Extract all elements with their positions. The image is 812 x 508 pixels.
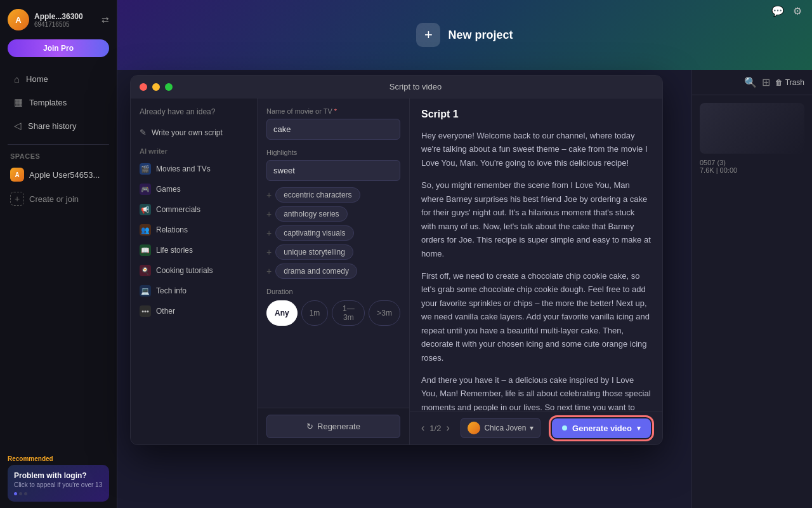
category-commercials-label: Commercials — [156, 205, 200, 214]
dot-1 — [14, 492, 17, 495]
panel-question: Already have an idea? — [131, 107, 257, 123]
join-pro-button[interactable]: Join Pro — [8, 39, 109, 57]
thumbnail-duration: 7.6K | 00:00 — [700, 166, 804, 174]
ai-writer-label: AI writer — [131, 142, 257, 159]
category-commercials[interactable]: 📢 Commercials — [131, 199, 257, 220]
auto-captions-title: Problem with login? — [14, 471, 103, 480]
write-own-label: Write your own script — [152, 128, 223, 137]
trash-icon: 🗑 — [775, 78, 783, 87]
maximize-button[interactable] — [165, 83, 173, 91]
regenerate-label: Regenerate — [317, 422, 360, 431]
trash-button[interactable]: 🗑 Trash — [775, 78, 804, 87]
sidebar-item-home-label: Home — [26, 74, 48, 84]
duration-1m[interactable]: 1m — [301, 300, 329, 326]
narrator-label: Chica Joven — [484, 424, 526, 432]
generate-chevron-icon: ▾ — [637, 424, 641, 432]
generate-video-label: Generate video — [572, 424, 632, 433]
tag-plus-icon: + — [266, 266, 272, 276]
sidebar-divider — [8, 144, 109, 145]
sidebar-item-templates[interactable]: ▦ Templates — [4, 91, 113, 114]
system-bar: 💬 ⚙ — [761, 0, 812, 22]
tag-plus-icon: + — [266, 209, 272, 219]
category-cooking[interactable]: 🍳 Cooking tutorials — [131, 260, 257, 281]
regenerate-button[interactable]: ↻ Regenerate — [266, 415, 400, 438]
duration-options: Any 1m 1—3m >3m — [266, 300, 400, 326]
sidebar-item-share-history[interactable]: ◁ Share history — [4, 114, 113, 137]
next-page-button[interactable]: › — [446, 422, 449, 434]
carousel-dots — [14, 492, 103, 495]
page-info: 1/2 — [429, 424, 441, 433]
category-games[interactable]: 🎮 Games — [131, 179, 257, 199]
tag-plus-icon: + — [266, 190, 272, 200]
create-or-join[interactable]: + Create or join — [0, 187, 117, 211]
category-relations[interactable]: 👥 Relations — [131, 220, 257, 240]
movies-icon: 🎬 — [140, 163, 151, 175]
movie-name-input[interactable] — [266, 119, 400, 140]
sidebar-item-home[interactable]: ⌂ Home — [4, 68, 113, 90]
user-profile[interactable]: A Apple...36300 6941716505 ⇄ — [0, 0, 117, 37]
grid-view-button[interactable]: ⊞ — [762, 76, 770, 88]
thumbnail-card[interactable] — [700, 103, 804, 154]
tag-drama-text: drama and comedy — [275, 264, 357, 279]
new-project-banner[interactable]: + New project — [117, 0, 812, 70]
tags-list: + eccentric characters + anthology serie… — [266, 187, 400, 279]
write-own-script[interactable]: ✎ Write your own script — [131, 123, 257, 142]
thumbnail-area: 0507 (3) 7.6K | 00:00 — [692, 95, 812, 182]
prev-page-button[interactable]: ‹ — [421, 422, 424, 434]
chat-icon[interactable]: 💬 — [771, 5, 784, 17]
minimize-button[interactable] — [152, 83, 160, 91]
close-button[interactable] — [140, 83, 147, 91]
search-button[interactable]: 🔍 — [744, 76, 757, 88]
user-info: Apple...36300 6941716505 — [34, 12, 96, 28]
share-icon: ◁ — [14, 120, 22, 131]
duration-3m-plus[interactable]: >3m — [369, 300, 400, 326]
trash-label: Trash — [785, 78, 804, 87]
swap-icon[interactable]: ⇄ — [102, 15, 109, 25]
script-para-1: Hey everyone! Welcome back to our channe… — [421, 129, 651, 170]
script-title: Script 1 — [421, 109, 651, 120]
games-icon: 🎮 — [140, 184, 151, 195]
script-column: Script 1 Hey everyone! Welcome back to o… — [410, 98, 662, 444]
dot-3 — [24, 492, 27, 495]
narrator-selector[interactable]: Chica Joven ▾ — [461, 418, 540, 438]
other-icon: ••• — [140, 305, 151, 317]
tag-captivating[interactable]: + captivating visuals — [266, 225, 400, 241]
regenerate-footer: ↻ Regenerate — [258, 408, 409, 444]
middle-column: Name of movie or TV * Highlights + eccen… — [258, 98, 410, 444]
space-apple-user[interactable]: A Apple User54653... — [0, 163, 117, 187]
category-other[interactable]: ••• Other — [131, 301, 257, 321]
category-cooking-label: Cooking tutorials — [156, 266, 213, 275]
narrator-chevron-icon: ▾ — [530, 424, 534, 432]
duration-any[interactable]: Any — [266, 300, 298, 326]
thumbnail-meta: 0507 (3) 7.6K | 00:00 — [700, 159, 804, 174]
script-para-4: And there you have it – a delicious cake… — [421, 373, 651, 411]
settings-icon[interactable]: ⚙ — [793, 5, 802, 17]
script-panel: Script 1 Hey everyone! Welcome back to o… — [410, 98, 662, 411]
tag-unique[interactable]: + unique storytelling — [266, 244, 400, 260]
category-tech[interactable]: 💻 Tech info — [131, 281, 257, 301]
highlights-label: Highlights — [266, 149, 400, 156]
tag-drama[interactable]: + drama and comedy — [266, 264, 400, 279]
category-movies[interactable]: 🎬 Movies and TVs — [131, 159, 257, 179]
tag-anthology[interactable]: + anthology series — [266, 206, 400, 222]
create-join-label: Create or join — [29, 194, 79, 204]
regenerate-icon: ↻ — [306, 422, 313, 431]
auto-captions-subtitle: Click to appeal if you're over 13 — [14, 481, 103, 488]
sidebar-item-share-label: Share history — [28, 121, 77, 131]
category-tech-label: Tech info — [156, 286, 187, 295]
spaces-label: Spaces — [0, 149, 117, 163]
space-label: Apple User54653... — [29, 170, 100, 180]
tag-captivating-text: captivating visuals — [275, 225, 353, 241]
name-label: Name of movie or TV * — [266, 107, 400, 115]
sidebar-item-templates-label: Templates — [29, 98, 67, 107]
highlights-input[interactable] — [266, 160, 400, 181]
generate-dot-icon — [562, 425, 567, 431]
username: Apple...36300 — [34, 12, 96, 21]
sidebar: A Apple...36300 6941716505 ⇄ Join Pro ⌂ … — [0, 0, 117, 508]
auto-captions-card[interactable]: Problem with login? Click to appeal if y… — [8, 465, 109, 502]
dialog-body: Already have an idea? ✎ Write your own s… — [131, 98, 662, 444]
duration-1-3m[interactable]: 1—3m — [332, 300, 365, 326]
generate-video-button[interactable]: Generate video ▾ — [552, 418, 651, 438]
category-life-stories[interactable]: 📖 Life stories — [131, 240, 257, 260]
tag-eccentric[interactable]: + eccentric characters — [266, 187, 400, 203]
